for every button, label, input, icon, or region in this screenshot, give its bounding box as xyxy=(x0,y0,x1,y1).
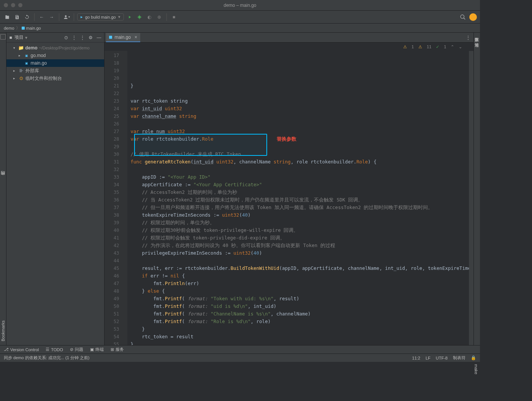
editor-area: main.go × ⋮ ⚠1 ⚠11 ✓1 ⌃⌄ 171819202122232… xyxy=(104,33,473,345)
go-file-icon xyxy=(109,36,112,39)
version-control-tab[interactable]: ⎇Version Control xyxy=(4,347,39,352)
svg-point-1 xyxy=(138,16,141,18)
breadcrumb-item[interactable]: main.go xyxy=(26,26,41,30)
terminal-tab[interactable]: ▣终端 xyxy=(90,347,104,352)
expand-all-icon[interactable]: ⋮ xyxy=(72,35,76,40)
lock-icon[interactable]: 🔒 xyxy=(471,355,476,360)
line-number-gutter[interactable]: 1718192021222324252627282930313233343536… xyxy=(104,51,123,345)
debug-button[interactable] xyxy=(135,13,144,21)
project-header-label: 项目 xyxy=(14,34,24,41)
left-tool-strip: 结构 Bookmarks xyxy=(0,33,6,345)
run-config-label: go build main.go xyxy=(85,15,116,19)
run-button[interactable] xyxy=(125,13,134,21)
back-icon[interactable]: ← xyxy=(38,13,46,21)
status-bar: 同步 demo 的依赖关系: 成功完... (1 分钟 之前) 11:2 LF … xyxy=(0,353,480,362)
svg-point-2 xyxy=(461,15,464,18)
stop-icon[interactable]: ■ xyxy=(170,13,178,21)
bottom-tool-tabs: ⎇Version Control ☰TODO ⊘问题 ▣终端 ⊞服务 xyxy=(0,345,480,353)
user-icon[interactable]: ▾ xyxy=(62,13,71,21)
todo-tab[interactable]: ☰TODO xyxy=(46,347,63,352)
tab-actions-icon[interactable]: ⋮ xyxy=(466,35,473,40)
save-all-icon[interactable] xyxy=(13,13,21,21)
main-toolbar: ← → ▾ ▸ go build main.go ▾ ◐ ⊕ ■ xyxy=(0,11,480,24)
tree-item-gomod[interactable]: ▸ ▣ go.mod xyxy=(6,52,104,59)
minimize-window-icon[interactable] xyxy=(11,3,15,7)
project-panel: ■ 项目 ▾ ⊙ ⋮ ⋮ ⚙ — ▾ 📁 demo ~/Desktop/Proj… xyxy=(6,33,105,345)
close-tab-icon[interactable]: × xyxy=(135,35,137,40)
tree-item-external[interactable]: ▸ ⊪ 外部库 xyxy=(6,67,104,74)
close-window-icon[interactable] xyxy=(4,3,8,7)
gear-icon[interactable]: ⚙ xyxy=(89,35,93,40)
forward-icon[interactable]: → xyxy=(48,13,56,21)
code-editor[interactable]: 替换参数 }var rtc_token stringvar int_uid ui… xyxy=(127,51,473,345)
bookmarks-tool[interactable]: Bookmarks xyxy=(1,320,5,341)
fold-column[interactable] xyxy=(123,51,127,345)
services-tab[interactable]: ⊞服务 xyxy=(111,347,124,352)
tree-root[interactable]: ▾ 📁 demo ~/Desktop/Project/go/demo xyxy=(6,44,104,52)
status-message: 同步 demo 的依赖关系: 成功完... (1 分钟 之前) xyxy=(4,355,90,361)
hide-icon[interactable]: — xyxy=(97,35,101,40)
coverage-icon[interactable]: ◐ xyxy=(145,13,154,21)
title-bar: demo – main.go xyxy=(0,0,480,11)
editor-tab[interactable]: main.go × xyxy=(106,33,140,42)
sync-icon[interactable] xyxy=(23,13,31,21)
cursor-position[interactable]: 11:2 xyxy=(412,356,420,360)
line-separator[interactable]: LF xyxy=(426,356,431,360)
select-opened-icon[interactable]: ⊙ xyxy=(64,35,68,40)
profile-icon[interactable]: ⊕ xyxy=(155,13,163,21)
tree-item-maingo[interactable]: ▣ main.go xyxy=(6,59,104,67)
indent-style[interactable]: 制表符 xyxy=(453,355,466,361)
error-stripe[interactable] xyxy=(469,51,473,345)
svg-point-0 xyxy=(65,15,67,17)
project-tree: ▾ 📁 demo ~/Desktop/Project/go/demo ▸ ▣ g… xyxy=(6,43,104,345)
window-title: demo – main.go xyxy=(223,3,256,8)
tab-label: main.go xyxy=(114,35,131,40)
collapse-icon[interactable]: ⋮ xyxy=(80,35,85,40)
run-config-selector[interactable]: ▸ go build main.go ▾ xyxy=(77,13,124,21)
breadcrumb-item[interactable]: demo xyxy=(4,26,14,30)
open-icon[interactable] xyxy=(3,13,11,21)
database-tool[interactable]: 数据库 xyxy=(474,33,480,34)
breadcrumb: demo 〉 main.go xyxy=(0,24,480,33)
search-icon[interactable] xyxy=(459,13,467,21)
go-file-icon xyxy=(22,27,25,30)
right-tool-strip: 数据库 通知 make xyxy=(473,33,480,345)
avatar[interactable] xyxy=(469,13,477,21)
notifications-tool[interactable]: 通知 xyxy=(474,38,480,40)
tree-item-scratch[interactable]: ▸ ⊙ 临时文件和控制台 xyxy=(6,74,104,82)
encoding[interactable]: UTF-8 xyxy=(436,356,448,360)
zoom-window-icon[interactable] xyxy=(18,3,22,7)
project-tool-icon[interactable] xyxy=(0,34,6,40)
inspection-status[interactable]: ⚠1 ⚠11 ✓1 ⌃⌄ xyxy=(104,43,473,51)
problems-tab[interactable]: ⊘问题 xyxy=(70,347,83,352)
